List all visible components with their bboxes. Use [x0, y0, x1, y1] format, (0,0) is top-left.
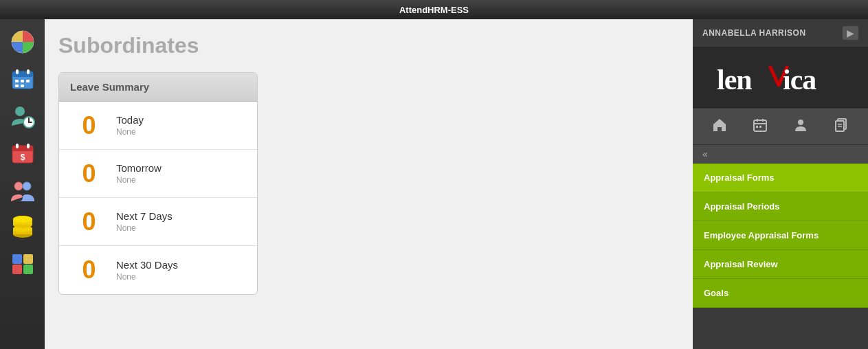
svg-text:$: $	[20, 153, 25, 162]
nav-icons	[693, 109, 868, 145]
page-title: Subordinates	[58, 33, 679, 58]
leave-label-today: Today	[116, 114, 144, 126]
svg-point-10	[15, 106, 25, 116]
svg-point-19	[14, 182, 23, 190]
leave-label-next30: Next 30 Days	[116, 259, 178, 271]
leave-count-next7: 0	[70, 207, 108, 236]
username-label: ANNABELLA HARRISON	[702, 28, 806, 38]
leave-sublabel-next7: None	[116, 223, 173, 233]
svg-text:ica: ica	[783, 64, 816, 95]
leave-row-tomorrow: 0 Tomorrow None	[59, 150, 257, 198]
top-bar: AttendHRM-ESS	[0, 0, 868, 19]
leave-row-next7: 0 Next 7 Days None	[59, 198, 257, 246]
svg-rect-5	[15, 80, 19, 82]
left-sidebar: $	[0, 19, 45, 349]
svg-rect-2	[12, 71, 33, 77]
svg-rect-17	[27, 144, 30, 148]
svg-rect-4	[27, 69, 30, 74]
svg-point-39	[798, 120, 803, 125]
sidebar-icon-person-clock[interactable]	[7, 100, 38, 132]
copy-nav-icon[interactable]	[828, 115, 854, 139]
svg-point-20	[23, 182, 31, 190]
leave-summary-header: Leave Summary	[59, 73, 257, 102]
collapse-button[interactable]: ▶	[843, 26, 858, 40]
svg-rect-15	[12, 146, 33, 151]
menu-item-appraisal-review[interactable]: Appraisal Review	[693, 250, 868, 279]
svg-rect-37	[756, 126, 758, 128]
leave-row-next30: 0 Next 30 Days None	[59, 246, 257, 294]
svg-rect-7	[26, 80, 30, 82]
menu-item-employee-appraisal-forms[interactable]: Employee Appraisal Forms	[693, 221, 868, 250]
leave-sublabel-tomorrow: None	[116, 175, 162, 185]
menu-item-appraisal-periods[interactable]: Appraisal Periods	[693, 192, 868, 221]
leave-sublabel-next30: None	[116, 272, 178, 282]
main-layout: $	[0, 19, 868, 349]
collapse-icon: «	[702, 148, 708, 159]
svg-text:len: len	[717, 64, 752, 95]
sidebar-icon-blocks[interactable]	[7, 249, 38, 280]
svg-rect-30	[23, 254, 33, 264]
leave-label-next7: Next 7 Days	[116, 210, 173, 222]
svg-rect-38	[759, 126, 761, 128]
svg-rect-3	[16, 69, 19, 74]
menu-item-appraisal-forms[interactable]: Appraisal Forms	[693, 164, 868, 192]
svg-rect-28	[23, 264, 33, 274]
svg-rect-6	[21, 80, 24, 82]
svg-rect-8	[15, 85, 19, 87]
svg-point-26	[13, 216, 32, 223]
app-title: AttendHRM-ESS	[399, 5, 469, 15]
sidebar-icon-event[interactable]: $	[7, 137, 38, 169]
leave-count-next30: 0	[70, 256, 108, 284]
sidebar-icon-pie[interactable]	[7, 26, 38, 58]
menu-list: Appraisal Forms Appraisal Periods Employ…	[693, 164, 868, 349]
svg-rect-27	[12, 264, 22, 274]
sidebar-icon-employees[interactable]	[7, 174, 38, 206]
person-nav-icon[interactable]	[788, 115, 814, 139]
user-header: ANNABELLA HARRISON ▶	[693, 19, 868, 47]
svg-rect-16	[16, 144, 19, 148]
leave-count-tomorrow: 0	[70, 159, 108, 188]
leave-sublabel-today: None	[116, 127, 144, 137]
logo-area: len ica	[693, 47, 868, 109]
sidebar-icon-coins[interactable]	[7, 212, 38, 243]
collapse-toggle[interactable]: «	[693, 145, 868, 164]
sidebar-icon-calendar[interactable]	[7, 63, 38, 95]
leave-row-today: 0 Today None	[59, 102, 257, 150]
menu-item-goals[interactable]: Goals	[693, 279, 868, 308]
leave-count-today: 0	[70, 111, 108, 140]
right-sidebar: ANNABELLA HARRISON ▶ len ica	[693, 19, 868, 349]
svg-rect-9	[21, 85, 24, 87]
calendar-nav-icon[interactable]	[747, 115, 773, 139]
content-area: Subordinates Leave Summary 0 Today None …	[45, 19, 693, 349]
leave-label-tomorrow: Tomorrow	[116, 162, 162, 174]
svg-rect-29	[12, 254, 22, 264]
leave-summary-container: Leave Summary 0 Today None 0 Tomorrow No…	[58, 72, 258, 295]
home-nav-icon[interactable]	[706, 115, 733, 139]
lenvica-logo: len ica	[715, 59, 846, 97]
